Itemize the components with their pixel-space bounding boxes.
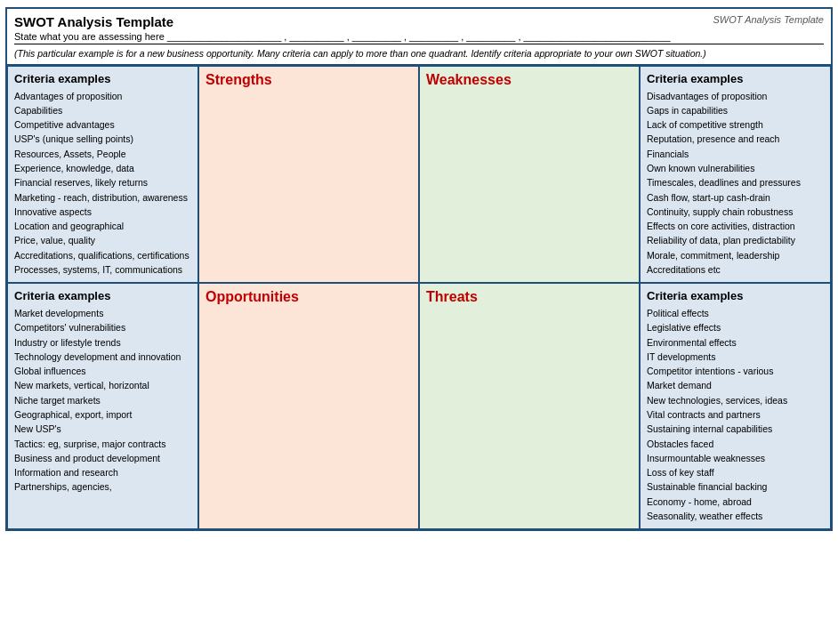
list-item: Reliability of data, plan predictability	[647, 233, 824, 247]
list-item: Partnerships, agencies,	[14, 479, 191, 494]
criteria-top-right-heading: Criteria examples	[647, 72, 824, 85]
list-item: Obstacles faced	[647, 437, 824, 451]
list-item: Financial reserves, likely returns	[14, 175, 191, 189]
header-title: SWOT Analysis Template	[14, 14, 173, 29]
swot-grid: Criteria examples Advantages of proposit…	[7, 65, 831, 529]
list-item: Tactics: eg, surprise, major contracts	[14, 437, 191, 451]
list-item: New technologies, services, ideas	[647, 393, 824, 407]
list-item: Business and product development	[14, 451, 191, 465]
list-item: Technology development and innovation	[14, 350, 191, 364]
list-item: Continuity, supply chain robustness	[647, 205, 824, 219]
list-item: Financials	[647, 147, 824, 161]
list-item: Competitors' vulnerabilities	[14, 320, 191, 334]
threats-heading: Threats	[426, 289, 633, 305]
list-item: Loss of key staff	[647, 465, 824, 479]
list-item: Sustainable financial backing	[647, 479, 824, 494]
list-item: Political effects	[647, 306, 824, 320]
header-section: SWOT Analysis Template SWOT Analysis Tem…	[7, 9, 831, 65]
list-item: Morale, commitment, leadership	[647, 248, 824, 262]
list-item: Marketing - reach, distribution, awarene…	[14, 190, 191, 205]
list-item: Geographical, export, import	[14, 407, 191, 422]
list-item: Market demand	[647, 378, 824, 392]
header-state-line: State what you are assessing here ______…	[14, 31, 824, 44]
list-item: Legislative effects	[647, 320, 824, 334]
criteria-top-right-list: Disadvantages of propositionGaps in capa…	[647, 89, 824, 277]
weaknesses-heading: Weaknesses	[426, 72, 633, 88]
list-item: Competitor intentions - various	[647, 364, 824, 378]
list-item: Advantages of proposition	[14, 89, 191, 103]
list-item: Accreditations, qualifications, certific…	[14, 248, 191, 262]
list-item: Reputation, presence and reach	[647, 132, 824, 146]
swot-template: SWOT Analysis Template SWOT Analysis Tem…	[5, 7, 833, 531]
list-item: Global influences	[14, 364, 191, 378]
criteria-bot-left-cell: Criteria examples Market developmentsCom…	[7, 283, 198, 529]
list-item: Capabilities	[14, 103, 191, 117]
strengths-heading: Strengths	[205, 72, 412, 88]
list-item: Competitive advantages	[14, 117, 191, 132]
list-item: Processes, systems, IT, communications	[14, 262, 191, 277]
list-item: Accreditations etc	[647, 262, 824, 277]
list-item: Insurmountable weaknesses	[647, 451, 824, 465]
strengths-cell: Strengths	[198, 66, 419, 283]
list-item: Seasonality, weather effects	[647, 509, 824, 523]
list-item: Location and geographical	[14, 219, 191, 233]
list-item: Industry or lifestyle trends	[14, 335, 191, 350]
criteria-bot-left-heading: Criteria examples	[14, 289, 191, 302]
list-item: USP's (unique selling points)	[14, 132, 191, 146]
list-item: Effects on core activities, distraction	[647, 219, 824, 233]
list-item: Cash flow, start-up cash-drain	[647, 190, 824, 205]
list-item: Information and research	[14, 465, 191, 479]
list-item: IT developments	[647, 350, 824, 364]
criteria-bot-left-list: Market developmentsCompetitors' vulnerab…	[14, 306, 191, 494]
list-item: Vital contracts and partners	[647, 407, 824, 422]
criteria-bot-right-list: Political effectsLegislative effectsEnvi…	[647, 306, 824, 523]
list-item: New USP's	[14, 422, 191, 436]
list-item: Economy - home, abroad	[647, 495, 824, 509]
threats-cell: Threats	[419, 283, 640, 529]
criteria-top-left-list: Advantages of propositionCapabilitiesCom…	[14, 89, 191, 277]
list-item: Market developments	[14, 306, 191, 320]
criteria-bot-right-cell: Criteria examples Political effectsLegis…	[640, 283, 831, 529]
list-item: Niche target markets	[14, 393, 191, 407]
list-item: Gaps in capabilities	[647, 103, 824, 117]
list-item: Price, value, quality	[14, 233, 191, 247]
header-note: (This particular example is for a new bu…	[14, 47, 824, 60]
criteria-top-left-cell: Criteria examples Advantages of proposit…	[7, 66, 198, 283]
list-item: Timescales, deadlines and pressures	[647, 175, 824, 189]
criteria-top-right-cell: Criteria examples Disadvantages of propo…	[640, 66, 831, 283]
weaknesses-cell: Weaknesses	[419, 66, 640, 283]
criteria-bot-right-heading: Criteria examples	[647, 289, 824, 302]
list-item: Innovative aspects	[14, 205, 191, 219]
list-item: Experience, knowledge, data	[14, 161, 191, 175]
list-item: Disadvantages of proposition	[647, 89, 824, 103]
criteria-top-left-heading: Criteria examples	[14, 72, 191, 85]
opportunities-cell: Opportunities	[198, 283, 419, 529]
list-item: Resources, Assets, People	[14, 147, 191, 161]
list-item: Lack of competitive strength	[647, 117, 824, 132]
list-item: New markets, vertical, horizontal	[14, 378, 191, 392]
header-watermark: SWOT Analysis Template	[713, 14, 824, 25]
list-item: Environmental effects	[647, 335, 824, 350]
opportunities-heading: Opportunities	[205, 289, 412, 305]
list-item: Own known vulnerabilities	[647, 161, 824, 175]
list-item: Sustaining internal capabilities	[647, 422, 824, 436]
